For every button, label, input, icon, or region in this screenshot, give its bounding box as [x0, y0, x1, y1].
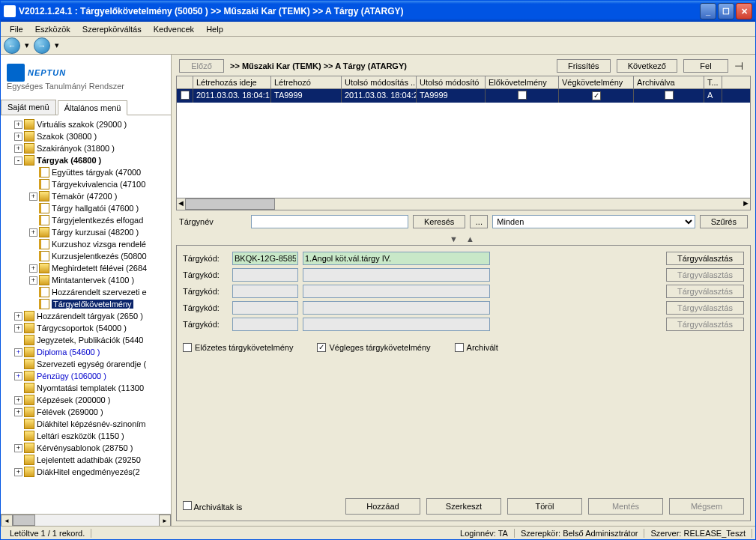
pin-icon[interactable]: ⊣ [734, 60, 748, 72]
tree-item[interactable]: Tárgyekvivalencia (47100 [1, 178, 171, 190]
up-button[interactable]: Fel [683, 59, 728, 73]
search-button[interactable]: Keresés [413, 215, 465, 228]
tree-view[interactable]: +Virtuális szakok (29000 )+Szakok (30800… [1, 115, 171, 514]
collapse-icon[interactable]: - [14, 157, 22, 165]
tree-item[interactable]: Diákhitel képzésnév-szinoním [1, 418, 171, 430]
grid-header-extra[interactable]: T... [704, 76, 722, 88]
tree-item[interactable]: Szervezeti egység órarendje ( [1, 358, 171, 370]
search-ellipsis-button[interactable]: ... [470, 215, 488, 228]
nav-back-button[interactable]: ← [4, 37, 20, 54]
expand-icon[interactable]: + [29, 276, 37, 285]
pre-req-checkbox[interactable]: Előzetes tárgykövetelmény [183, 343, 293, 352]
grid-header-finalreq[interactable]: Végkövetelmény [559, 76, 634, 88]
expand-icon[interactable]: + [14, 372, 22, 380]
row-checkbox[interactable] [181, 91, 190, 100]
code-input-2[interactable] [232, 268, 298, 282]
grid-header-archived[interactable]: Archiválva [634, 76, 704, 88]
minimize-button[interactable]: _ [700, 3, 716, 19]
sidebar-hscroll[interactable]: ◄ ► [1, 514, 171, 526]
code-input-1[interactable] [232, 252, 298, 265]
tree-item[interactable]: Jegyzetek, Publikációk (5440 [1, 334, 171, 346]
expand-icon[interactable]: + [14, 121, 22, 129]
show-archived-checkbox[interactable]: Archiváltak is [183, 501, 242, 512]
data-grid[interactable]: Létrehozás ideje Létrehozó Utolsó módosí… [176, 76, 751, 210]
expand-icon[interactable]: + [29, 228, 37, 237]
prev-button[interactable]: Előző [179, 59, 224, 73]
expand-icon[interactable]: + [29, 192, 37, 201]
tree-item[interactable]: Hozzárendelt szervezeti e [1, 286, 171, 298]
grid-header-checkbox[interactable] [177, 76, 193, 88]
tree-item[interactable]: +Pénzügy (106000 ) [1, 370, 171, 382]
scroll-right-icon[interactable]: ► [159, 515, 171, 526]
archived-checkbox[interactable]: Archivált [455, 343, 498, 352]
grid-header-created[interactable]: Létrehozás ideje [193, 76, 271, 88]
close-button[interactable]: ✕ [736, 3, 752, 19]
cancel-button[interactable]: Mégsem [669, 498, 744, 515]
name-input-2[interactable] [303, 268, 490, 282]
name-input-5[interactable] [303, 318, 490, 331]
grid-header-modifier[interactable]: Utolsó módosító [417, 76, 486, 88]
expand-icon[interactable]: + [14, 133, 22, 141]
nav-back-dropdown[interactable]: ▾ [22, 37, 32, 54]
nav-forward-dropdown[interactable]: ▾ [52, 37, 62, 54]
tab-general-menu[interactable]: Általános menü [58, 100, 128, 115]
expand-icon[interactable]: + [14, 396, 22, 404]
maximize-button[interactable]: ☐ [718, 3, 734, 19]
tree-item[interactable]: +Félévek (269000 ) [1, 406, 171, 418]
tree-item[interactable]: +Meghirdetett félévei (2684 [1, 262, 171, 274]
tree-item[interactable]: Tárgy hallgatói (47600 ) [1, 202, 171, 214]
grid-header-creator[interactable]: Létrehozó [271, 76, 342, 88]
menu-file[interactable]: File [4, 23, 29, 35]
name-input-3[interactable] [303, 285, 490, 298]
tree-item[interactable]: +DiákHitel engedményezés(2 [1, 466, 171, 478]
nav-forward-button[interactable]: → [34, 37, 50, 54]
next-button[interactable]: Következő [617, 59, 677, 73]
delete-button[interactable]: Töröl [507, 498, 582, 515]
tree-item[interactable]: Tárgyelőkövetelmény [1, 298, 171, 310]
tree-item[interactable]: +Szakok (30800 ) [1, 130, 171, 142]
tree-item[interactable]: +Diploma (54600 ) [1, 346, 171, 358]
tree-item[interactable]: Kurzusjelentkezés (50800 [1, 250, 171, 262]
scroll-right-icon[interactable]: ► [742, 198, 750, 210]
tree-item[interactable]: Együttes tárgyak (47000 [1, 166, 171, 178]
tree-item[interactable]: +Képzések (200000 ) [1, 394, 171, 406]
tree-item[interactable]: Tárgyjelentkezés elfogad [1, 214, 171, 226]
name-input-4[interactable] [303, 301, 490, 315]
refresh-button[interactable]: Frissítés [557, 59, 611, 73]
add-button[interactable]: Hozzáad [345, 498, 420, 515]
pick-button-3[interactable]: Tárgyválasztás [666, 285, 744, 298]
expand-icon[interactable]: + [14, 145, 22, 153]
pick-button-4[interactable]: Tárgyválasztás [666, 301, 744, 315]
menu-fav[interactable]: Kedvencek [148, 23, 200, 35]
tree-item[interactable]: Leltári eszközök (1150 ) [1, 430, 171, 442]
tree-item[interactable]: +Mintatantervek (4100 ) [1, 274, 171, 286]
menu-tools[interactable]: Eszközök [29, 23, 76, 35]
edit-button[interactable]: Szerkeszt [426, 498, 501, 515]
tab-own-menu[interactable]: Saját menü [1, 100, 56, 115]
expand-icon[interactable]: + [14, 408, 22, 416]
code-input-4[interactable] [232, 301, 298, 315]
search-filter-select[interactable]: Minden [492, 215, 695, 228]
expand-icon[interactable]: + [14, 324, 22, 333]
code-input-5[interactable] [232, 318, 298, 331]
pick-button-1[interactable]: Tárgyválasztás [666, 252, 744, 265]
menu-help[interactable]: Help [200, 23, 229, 35]
tree-item[interactable]: +Tárgy kurzusai (48200 ) [1, 226, 171, 238]
menu-role[interactable]: Szerepkörváltás [76, 23, 148, 35]
tree-item[interactable]: Kurzushoz vizsga rendelé [1, 238, 171, 250]
tree-item[interactable]: +Kérvénysablonok (28750 ) [1, 442, 171, 454]
divider-icon[interactable]: ▼ ▲ [173, 233, 754, 245]
expand-icon[interactable]: + [14, 468, 22, 476]
tree-item[interactable]: +Tárgycsoportok (54000 ) [1, 322, 171, 334]
tree-item[interactable]: +Szakirányok (31800 ) [1, 142, 171, 154]
grid-row[interactable]: 2011.03.03. 18:04:1 TA9999 2011.03.03. 1… [177, 89, 750, 103]
pick-button-2[interactable]: Tárgyválasztás [666, 268, 744, 282]
tree-item[interactable]: -Tárgyak (46800 ) [1, 154, 171, 166]
grid-header-prereq[interactable]: Előkövetelmény [486, 76, 559, 88]
tree-item[interactable]: +Virtuális szakok (29000 ) [1, 118, 171, 130]
filter-button[interactable]: Szűrés [700, 215, 748, 228]
scroll-left-icon[interactable]: ◄ [1, 515, 13, 526]
save-button[interactable]: Mentés [588, 498, 663, 515]
search-input[interactable] [251, 215, 408, 228]
pick-button-5[interactable]: Tárgyválasztás [666, 318, 744, 331]
